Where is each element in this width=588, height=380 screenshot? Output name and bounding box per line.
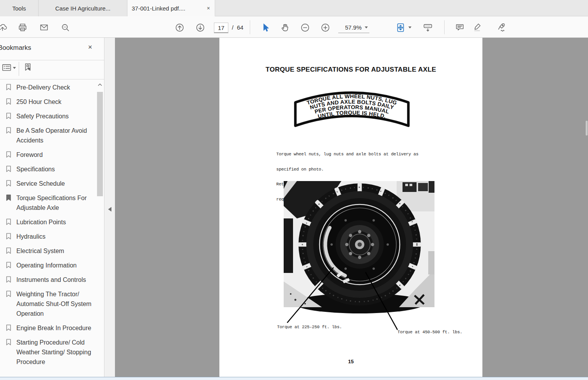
bookmark-icon [5,165,12,172]
main-toolbar: / 64 57.9% [0,16,588,38]
bookmark-hydraulics[interactable]: Hydraulics [5,232,96,241]
bookmark-label: Hydraulics [16,232,94,241]
bookmark-engine-break-in[interactable]: Engine Break In Procedure [5,323,96,333]
cloud-upload-icon [0,23,8,33]
panel-collapse-strip[interactable] [104,38,115,377]
panel-divider [0,79,104,79]
sidebar-scrollbar[interactable] [97,82,103,380]
tab-case-ih[interactable]: Case IH Agriculture... [39,0,127,16]
highlight-tool-button[interactable] [472,22,483,33]
bookmark-icon [5,233,12,240]
fill-sign-button[interactable] [496,22,507,33]
previous-page-button[interactable] [174,22,185,33]
bookmark-250-hour-check[interactable]: 250 Hour Check [5,97,96,107]
bookmark-lubrication-points[interactable]: Lubrication Points [5,217,96,227]
tab-bar: Tools Case IH Agriculture... 37-001-Link… [0,0,588,16]
comment-bubble-icon [455,23,465,33]
panel-toolbar-divider [19,62,19,76]
window-bottom-edge [0,377,588,380]
bookmark-torque-specifications[interactable]: Torque Specifications For Adjustable Axl… [5,193,96,213]
print-button[interactable] [17,22,28,33]
bookmark-be-a-safe-operator[interactable]: Be A Safe Operator Avoid Accidents [5,126,96,145]
tab-document-active[interactable]: 37-001-Linked pdf.... × [127,0,215,16]
scroll-up-icon[interactable] [97,83,102,86]
page-count-divider: / [232,23,233,33]
page-up-icon [175,23,185,33]
bookmarks-panel: Bookmarks × [0,38,104,377]
tab-document-label: 37-001-Linked pdf.... [132,5,185,12]
zoom-in-button[interactable] [320,22,331,33]
bookmark-safety-precautions[interactable]: Safety Precautions [5,111,96,121]
toolbar-divider [444,20,445,34]
bookmark-label: Pre-Delivery Check [16,83,94,92]
page-title: TORQUE SPECIFICATIONS FOR ADJUSTABLE AXL… [219,66,482,74]
plus-circle-icon [320,23,330,33]
bookmark-label: Torque Specifications For Adjustable Axl… [16,193,94,213]
find-button[interactable] [60,22,71,33]
next-page-button[interactable] [195,22,206,33]
fit-page-icon [396,23,406,33]
collapse-toolbar-icon [423,23,433,33]
save-to-cloud-button[interactable] [0,22,8,33]
email-button[interactable] [39,22,49,33]
tab-case-ih-label: Case IH Agriculture... [55,5,111,12]
printer-icon [18,23,28,33]
comment-tool-button[interactable] [454,22,465,33]
torque-caption-left: Torque at 225-250 ft. lbs. [277,325,342,329]
bookmark-label: Be A Safe Operator Avoid Accidents [16,126,94,145]
fit-page-button[interactable] [395,22,406,33]
page-down-icon [195,23,205,33]
hand-tool-button[interactable] [280,22,291,33]
printed-page-number: 15 [219,359,482,364]
options-list-icon [2,63,12,73]
bookmark-list: Pre-Delivery Check 250 Hour Check Safety… [5,83,96,375]
bookmark-label: Weighting The Tractor/ Automatic Shut-Of… [16,289,94,318]
pdf-page: TORQUE SPECIFICATIONS FOR ADJUSTABLE AXL… [219,38,482,377]
bookmark-label: Instruments and Controls [16,275,94,285]
bookmark-service-schedule[interactable]: Service Schedule [5,179,96,188]
bookmark-icon [5,276,12,283]
zoom-level-dropdown[interactable]: 57.9% [338,22,369,33]
bookmark-label: Safety Precautions [16,111,94,121]
bookmark-icon [5,180,12,187]
bookmark-options-button[interactable] [2,63,12,73]
bookmark-instruments-and-controls[interactable]: Instruments and Controls [5,275,96,285]
search-icon [60,23,71,33]
tab-tools[interactable]: Tools [0,0,39,16]
hide-toolbar-button[interactable] [422,22,433,33]
canvas-scrollbar-thumb[interactable] [586,121,588,135]
torque-caption-right: Torque at 450-500 ft. lbs. [397,330,462,334]
minus-circle-icon [300,23,310,33]
bookmark-icon [5,290,12,297]
go-to-current-bookmark-button[interactable] [23,62,33,72]
page-number-input[interactable] [214,23,228,33]
close-panel-icon[interactable]: × [88,43,92,51]
instruction-line: Torque wheel nuts, lug nuts and axle bol… [276,152,418,157]
fountain-pen-icon [496,23,507,33]
bookmark-icon [5,324,12,331]
bookmark-weighting-the-tractor[interactable]: Weighting The Tractor/ Automatic Shut-Of… [5,289,96,318]
close-tab-icon[interactable]: × [207,0,210,16]
chevron-down-icon[interactable] [13,67,16,69]
bookmark-specifications[interactable]: Specifications [5,164,96,174]
collapse-panel-icon[interactable] [108,206,111,213]
bookmark-pre-delivery-check[interactable]: Pre-Delivery Check [5,83,96,92]
select-tool-button[interactable] [260,22,271,33]
bookmark-icon [5,127,12,134]
bookmark-operating-information[interactable]: Operating Information [5,260,96,270]
document-canvas[interactable]: TORQUE SPECIFICATIONS FOR ADJUSTABLE AXL… [115,38,588,377]
zoom-out-button[interactable] [300,22,311,33]
bookmark-foreword[interactable]: Foreword [5,150,96,160]
bookmark-label: 250 Hour Check [16,97,94,107]
bookmark-label: Engine Break In Procedure [16,323,94,333]
bookmark-electrical-system[interactable]: Electrical System [5,246,96,256]
bookmark-label: Electrical System [16,246,94,256]
bookmark-label: Starting Procedure/ Cold Weather Startin… [16,338,94,367]
sidebar-scrollbar-thumb[interactable] [97,92,103,196]
panel-divider [0,60,104,60]
acrobat-window: Tools Case IH Agriculture... 37-001-Link… [0,0,588,380]
chevron-down-icon[interactable] [408,26,411,28]
envelope-icon [39,23,49,33]
bookmark-icon [5,247,12,254]
bookmark-starting-procedure[interactable]: Starting Procedure/ Cold Weather Startin… [5,338,96,367]
